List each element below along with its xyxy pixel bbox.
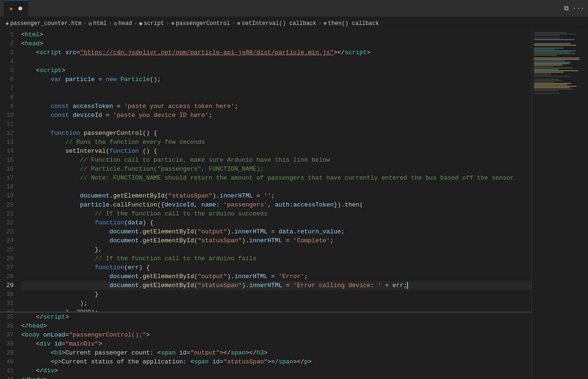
line-content: <div id="mainDiv"> <box>21 339 588 348</box>
breadcrumb-head-label: head <box>118 20 132 27</box>
code-line: 28 document.getElementById("output").inn… <box>0 272 588 281</box>
line-number: 17 <box>0 173 21 182</box>
minimap-line <box>534 80 562 81</box>
breadcrumb-item-file[interactable]: ◈ passenger_counter.htm <box>6 20 82 27</box>
line-number: 19 <box>0 191 21 200</box>
code-line: 26 // If the function call to the arduin… <box>0 254 588 263</box>
code-line: 15 // Function call to particle, make su… <box>0 156 588 165</box>
line-content: document.getElementById("statusSpan").in… <box>21 191 588 200</box>
breadcrumb-item-setinterval[interactable]: ⊕ setInterval() callback <box>237 20 316 27</box>
minimap-line <box>534 62 571 63</box>
breadcrumb-item-html[interactable]: ◎ html <box>89 20 106 27</box>
line-content: document.getElementById("statusSpan").in… <box>21 236 588 245</box>
code-line: 10 const deviceId = 'paste you device ID… <box>0 111 588 120</box>
minimap-line <box>534 83 572 84</box>
minimap-line <box>534 52 570 53</box>
script-bc-icon: ◉ <box>139 20 142 26</box>
line-content: <html> <box>21 30 588 39</box>
minimap-line <box>534 49 555 50</box>
minimap-line <box>534 33 576 34</box>
code-line: 36</head> <box>0 321 588 330</box>
breadcrumb-item-passengercontrol[interactable]: ⊕ passengerControl <box>171 20 230 27</box>
code-line: 41 </div> <box>0 366 588 375</box>
split-editor-icon[interactable]: ⧉ <box>564 5 569 12</box>
breadcrumb-item-then[interactable]: ⊕ then() callback <box>324 20 379 27</box>
line-number: 7 <box>0 84 21 93</box>
minimap-line <box>534 65 563 66</box>
code-line: 17 // Note: FUNCTION_NAME should return … <box>0 173 588 182</box>
line-content <box>21 84 588 93</box>
line-content: // If the function call to the arduino s… <box>21 209 588 218</box>
line-number: 28 <box>0 272 21 281</box>
line-content: <head> <box>21 39 588 48</box>
minimap-line <box>534 35 560 36</box>
line-number: 29 <box>0 281 21 290</box>
code-line: 13 // Runs the function every few second… <box>0 138 588 147</box>
minimap-line <box>534 66 554 67</box>
code-line: 1<html> <box>0 30 588 39</box>
code-line: 29 document.getElementById("statusSpan")… <box>0 281 588 290</box>
line-number: 22 <box>0 218 21 227</box>
file-icon: ◈ <box>9 5 13 12</box>
editor-tab[interactable]: ◈ <box>4 0 28 16</box>
code-line: 39 <h3>Current passenger count: <span id… <box>0 348 588 357</box>
code-line: 25 }, <box>0 245 588 254</box>
line-number: 8 <box>0 93 21 102</box>
code-line: 40 <p>Current status of the application:… <box>0 357 588 366</box>
line-number: 21 <box>0 209 21 218</box>
code-line: 37<body onLoad="passengerControl();"> <box>0 330 588 339</box>
line-content: <p>Current status of the application: <s… <box>21 357 588 366</box>
line-content: <body onLoad="passengerControl();"> <box>21 330 588 339</box>
minimap-line <box>534 50 576 51</box>
minimap-line <box>534 90 558 91</box>
line-content <box>21 120 588 129</box>
more-actions-icon[interactable]: ··· <box>572 5 584 12</box>
line-content: // Particle.function("passengers", FUNCT… <box>21 165 588 173</box>
code-area[interactable]: 1<html>2<head>3 <script src="https://cdn… <box>0 30 588 379</box>
breadcrumb-script-label: script <box>144 20 164 27</box>
line-content: } <box>21 290 588 299</box>
line-content: </div> <box>21 366 588 375</box>
minimap-line <box>534 74 552 75</box>
breadcrumb-sep-6: › <box>318 20 322 27</box>
line-content: function(data) { <box>21 218 588 227</box>
then-bc-icon: ⊕ <box>324 20 327 26</box>
line-content: // If the function call to the arduino f… <box>21 254 588 263</box>
line-number: 25 <box>0 245 21 254</box>
code-bottom-section: 35 </script>36</head>37<body onLoad="pas… <box>0 312 588 379</box>
line-content <box>21 182 588 191</box>
breadcrumb-item-script[interactable]: ◉ script <box>139 20 164 27</box>
line-content: function(err) { <box>21 263 588 272</box>
code-line: 20 particle.callFunction({deviceId, name… <box>0 200 588 209</box>
line-number: 13 <box>0 138 21 147</box>
minimap-line <box>534 58 580 58</box>
line-content: // Runs the function every few seconds <box>21 138 588 147</box>
minimap-line <box>534 39 575 40</box>
minimap-line <box>534 53 575 54</box>
line-content <box>21 93 588 102</box>
line-number: 12 <box>0 129 21 138</box>
minimap-line <box>534 72 564 73</box>
line-content: document.getElementById("output").innerH… <box>21 227 588 236</box>
minimap-line <box>534 48 564 49</box>
minimap-line <box>534 79 559 80</box>
setinterval-bc-icon: ⊕ <box>237 20 240 26</box>
line-number: 24 <box>0 236 21 245</box>
line-number: 9 <box>0 102 21 111</box>
breadcrumb: ◈ passenger_counter.htm › ◎ html › ◎ hea… <box>0 17 588 30</box>
breadcrumb-then-label: then() callback <box>328 20 379 27</box>
minimap-line <box>534 55 557 56</box>
tab-modified-dot <box>18 7 22 10</box>
breadcrumb-item-head[interactable]: ◎ head <box>114 20 132 27</box>
minimap-line <box>534 60 565 61</box>
line-number: 18 <box>0 182 21 191</box>
breadcrumb-passengercontrol-label: passengerControl <box>176 20 230 27</box>
text-cursor <box>407 282 408 289</box>
line-number: 3 <box>0 48 21 57</box>
line-content: <h3>Current passenger count: <span id="o… <box>21 348 588 357</box>
code-line: 14 setInterval(function () { <box>0 147 588 156</box>
code-line: 3 <script src="https://cdn.jsdelivr.net/… <box>0 48 588 57</box>
title-actions: ⧉ ··· <box>564 5 584 12</box>
breadcrumb-sep-2: › <box>109 20 112 27</box>
minimap-line <box>534 38 560 39</box>
